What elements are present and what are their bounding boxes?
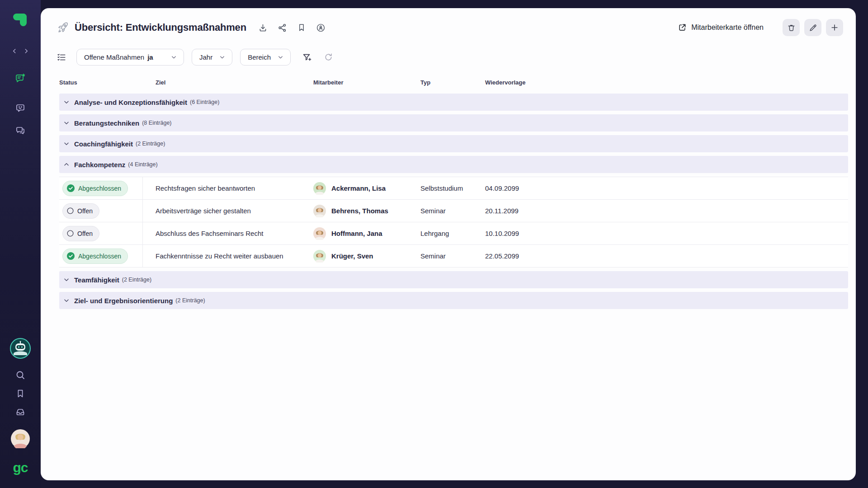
typ-cell: Selbststudium — [420, 184, 485, 192]
title-actions — [258, 23, 326, 33]
mitarbeiter-cell: Hoffmann, Jana — [313, 227, 420, 240]
rocket-icon — [57, 21, 69, 34]
filter-open-measures-value: ja — [147, 53, 153, 61]
status-cell: Offen — [59, 222, 143, 244]
mitarbeiter-cell: Ackermann, Lisa — [313, 182, 420, 195]
chat-dual-icon[interactable] — [14, 125, 26, 136]
group-row[interactable]: Fachkompetenz (4 Einträge) — [59, 156, 848, 173]
column-header-ziel: Ziel — [143, 79, 313, 86]
inbox-icon[interactable] — [15, 407, 26, 418]
check-circle-icon — [66, 252, 75, 260]
gc-logo: gc — [13, 460, 28, 475]
status-badge: Abgeschlossen — [62, 249, 128, 264]
group-label: Ziel- und Ergebnisorientierung — [74, 297, 173, 305]
search-icon[interactable] — [15, 370, 26, 380]
filter-area-label: Bereich — [248, 53, 271, 61]
download-icon[interactable] — [258, 23, 268, 33]
flair-logo[interactable] — [11, 11, 29, 29]
mitarbeiter-cell: Behrens, Thomas — [313, 205, 420, 217]
share-icon[interactable] — [278, 23, 287, 33]
chat-star-icon[interactable] — [14, 72, 27, 85]
filter-open-measures-label: Offene Maßnahmen — [84, 53, 144, 61]
column-header-status: Status — [59, 79, 143, 86]
bookmark-icon[interactable] — [15, 389, 25, 399]
chevron-down-icon — [63, 119, 70, 127]
chevron-down-icon — [219, 54, 226, 61]
status-label: Abgeschlossen — [78, 253, 121, 260]
add-filter-icon[interactable] — [302, 52, 312, 62]
main-card: Übersicht: Entwicklungsmaßnahmen — [41, 8, 856, 480]
assistant-avatar[interactable] — [10, 338, 31, 359]
group-row[interactable]: Beratungstechniken (8 Einträge) — [59, 114, 848, 131]
typ-cell: Seminar — [420, 252, 485, 260]
chevron-down-icon — [277, 54, 284, 61]
chevron-left-icon[interactable] — [11, 48, 18, 54]
user-avatar[interactable] — [11, 429, 30, 448]
group-row[interactable]: Teamfähigkeit (2 Einträge) — [59, 271, 848, 288]
employee-name: Ackermann, Lisa — [331, 184, 386, 192]
group-label: Fachkompetenz — [74, 161, 125, 169]
employee-avatar — [313, 227, 326, 240]
status-label: Offen — [77, 207, 93, 215]
chevron-down-icon — [63, 99, 70, 106]
table-row[interactable]: Offen Arbeitsverträge sicher gestalten B… — [59, 200, 848, 222]
refresh-icon[interactable] — [324, 52, 333, 62]
mitarbeiter-cell: Krüger, Sven — [313, 250, 420, 263]
employee-avatar — [313, 205, 326, 217]
group-count: (2 Einträge) — [122, 277, 151, 283]
group-row[interactable]: Analyse- und Konzeptionsfähigkeit (6 Ein… — [59, 94, 848, 111]
status-badge: Offen — [62, 203, 99, 219]
sidebar-nav-arrows — [11, 48, 29, 54]
filter-year[interactable]: Jahr — [192, 49, 232, 66]
open-circle-icon — [66, 230, 74, 237]
page-title: Übersicht: Entwicklungsmaßnahmen — [75, 22, 246, 33]
ziel-cell: Fachkenntnisse zu Recht weiter ausbauen — [143, 252, 313, 260]
ziel-cell: Arbeitsverträge sicher gestalten — [143, 207, 313, 215]
group-count: (6 Einträge) — [190, 99, 219, 105]
wiedervorlage-cell: 10.10.2099 — [485, 230, 848, 237]
group-label: Teamfähigkeit — [74, 276, 119, 284]
table-header-row: Status Ziel Mitarbeiter Typ Wiedervorlag… — [59, 75, 848, 89]
status-cell: Abgeschlossen — [59, 245, 143, 267]
chevron-right-icon[interactable] — [23, 48, 29, 54]
group-label: Coachingfähigkeit — [74, 140, 133, 148]
delete-button[interactable] — [783, 19, 800, 36]
check-circle-icon — [66, 184, 75, 192]
filter-area[interactable]: Bereich — [240, 49, 291, 66]
filter-year-label: Jahr — [199, 53, 212, 61]
group-label: Beratungstechniken — [74, 119, 139, 127]
table-row[interactable]: Offen Abschluss des Fachseminars Recht H… — [59, 222, 848, 245]
table-row[interactable]: Abgeschlossen Fachkenntnisse zu Recht we… — [59, 245, 848, 267]
wiedervorlage-cell: 22.05.2099 — [485, 252, 848, 260]
group-rows-block: Abgeschlossen Rechtsfragen sicher beantw… — [59, 177, 848, 267]
group-label: Analyse- und Konzeptionsfähigkeit — [74, 99, 187, 106]
group-count: (2 Einträge) — [175, 297, 205, 304]
chevron-down-icon — [170, 54, 177, 61]
group-count: (2 Einträge) — [136, 141, 165, 147]
bookmark-icon[interactable] — [297, 23, 306, 33]
column-header-wiedervorlage: Wiedervorlage — [485, 79, 848, 86]
employee-name: Behrens, Thomas — [331, 207, 388, 215]
group-row[interactable]: Coachingfähigkeit (2 Einträge) — [59, 135, 848, 152]
external-link-icon — [678, 23, 687, 32]
card-header: Übersicht: Entwicklungsmaßnahmen — [41, 8, 856, 36]
typ-cell: Lehrgang — [420, 230, 485, 237]
group-count: (4 Einträge) — [128, 161, 157, 168]
filter-open-measures[interactable]: Offene Maßnahmen ja — [76, 49, 184, 66]
column-header-typ: Typ — [420, 79, 485, 86]
add-button[interactable] — [826, 19, 843, 36]
table-body: Analyse- und Konzeptionsfähigkeit (6 Ein… — [59, 94, 848, 309]
person-circle-icon[interactable] — [316, 23, 326, 33]
employee-name: Hoffmann, Jana — [331, 230, 382, 237]
group-row[interactable]: Ziel- und Ergebnisorientierung (2 Einträ… — [59, 292, 848, 309]
view-options-icon[interactable] — [57, 52, 66, 62]
column-header-mitarbeiter: Mitarbeiter — [313, 79, 420, 86]
chevron-up-icon — [63, 161, 70, 168]
status-badge: Abgeschlossen — [62, 181, 128, 196]
ziel-cell: Abschluss des Fachseminars Recht — [143, 230, 313, 237]
open-employee-card-button[interactable]: Mitarbeiterkarte öffnen — [678, 23, 764, 32]
status-label: Offen — [77, 230, 93, 237]
edit-button[interactable] — [804, 19, 821, 36]
table-row[interactable]: Abgeschlossen Rechtsfragen sicher beantw… — [59, 177, 848, 200]
chat-smiley-icon[interactable] — [14, 102, 26, 114]
